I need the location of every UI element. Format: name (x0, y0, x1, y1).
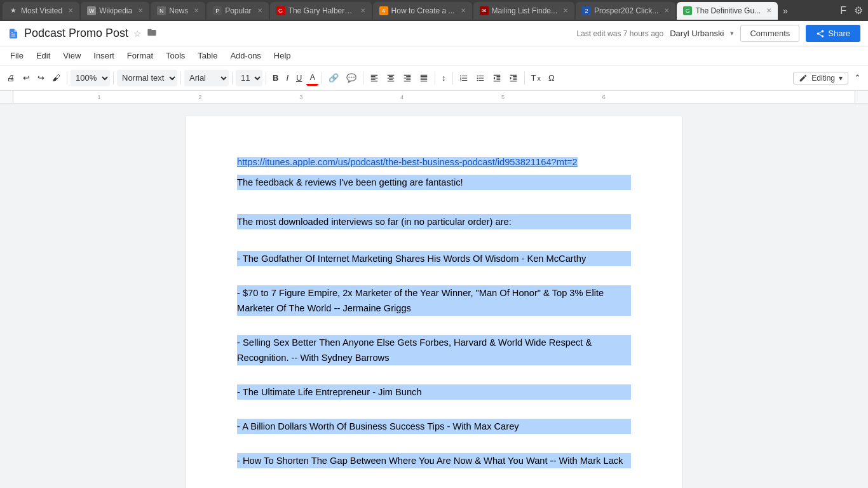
menu-help[interactable]: Help (269, 50, 296, 62)
numbered-list-button[interactable] (456, 72, 471, 85)
menu-view[interactable]: View (58, 50, 86, 62)
paint-format-button[interactable]: 🖌 (49, 71, 64, 85)
doc-item-6-text: - How To Shorten The Gap Between Where Y… (237, 456, 623, 466)
comments-button[interactable]: Comments (740, 25, 799, 42)
align-center-button[interactable] (383, 72, 398, 85)
definitive-guide-favicon: G (683, 6, 692, 15)
tab-wikipedia-close[interactable]: ✕ (138, 7, 143, 14)
browser-extensions-icon[interactable]: F (837, 4, 849, 18)
tab-popular-close[interactable]: ✕ (257, 7, 262, 14)
menu-file[interactable]: File (5, 50, 29, 62)
underline-button[interactable]: U (293, 71, 305, 85)
spacer-2 (237, 234, 631, 248)
align-justify-button[interactable] (416, 72, 431, 85)
tab-gary-halbert-close[interactable]: ✕ (360, 7, 365, 14)
tab-gary-halbert[interactable]: G The Gary Halbert ... ✕ (270, 2, 372, 20)
font-size-select[interactable]: 11 (236, 70, 262, 86)
share-button[interactable]: Share (806, 25, 860, 42)
clear-format-button[interactable]: Tx (528, 71, 544, 85)
text-color-button[interactable]: A (306, 71, 318, 86)
menu-format[interactable]: Format (122, 50, 158, 62)
user-name[interactable]: Daryl Urbanski (670, 29, 724, 38)
editing-mode-label: Editing (811, 74, 835, 83)
ruler-mark-4: 4 (400, 94, 403, 100)
news-favicon: N (157, 6, 166, 15)
editing-mode-dropdown[interactable]: ▾ (839, 74, 843, 83)
tab-news-label: News (169, 6, 188, 15)
bold-button[interactable]: B (269, 71, 281, 85)
undo-button[interactable]: ↩ (20, 71, 33, 85)
decrease-indent-button[interactable] (489, 72, 505, 85)
ruler-mark-1: 1 (97, 94, 100, 100)
tab-how-to-create[interactable]: 4 How to Create a ... ✕ (373, 2, 472, 20)
google-docs-icon (8, 28, 19, 39)
tab-gary-halbert-label: The Gary Halbert ... (288, 6, 355, 15)
menu-table[interactable]: Table (193, 50, 222, 62)
toolbar-sep-6 (322, 72, 322, 85)
tab-prosper202-close[interactable]: ✕ (664, 7, 669, 14)
doc-item-3: - Selling Sex Better Then Anyone Else Ge… (237, 335, 631, 350)
line-spacing-button[interactable]: ↕ (438, 71, 449, 85)
insert-comment-button[interactable]: 💬 (343, 71, 360, 85)
zoom-select[interactable]: 100% (71, 70, 110, 86)
tab-definitive-guide-close[interactable]: ✕ (766, 7, 771, 14)
font-select[interactable]: Arial (184, 70, 229, 86)
ruler-inner: 1 2 3 4 5 6 (13, 91, 855, 103)
doc-para-1-text: The feedback & reviews I've been getting… (237, 177, 463, 187)
last-edit-text: Last edit was 7 hours ago (576, 29, 663, 38)
menu-tools[interactable]: Tools (161, 50, 190, 62)
collapse-toolbar-button[interactable]: ⌃ (851, 71, 864, 85)
more-tabs-button[interactable]: » (779, 6, 792, 16)
pencil-icon (799, 74, 808, 83)
tab-wikipedia[interactable]: W Wikipedia ✕ (81, 2, 149, 20)
gary-halbert-favicon: G (276, 6, 285, 15)
doc-item-3-line1: - Selling Sex Better Then Anyone Else Ge… (237, 337, 592, 348)
menu-insert[interactable]: Insert (88, 50, 119, 62)
spacer-7 (237, 437, 631, 451)
tab-popular[interactable]: P Popular ✕ (207, 2, 268, 20)
doc-star-button[interactable]: ☆ (133, 29, 142, 39)
tab-news[interactable]: N News ✕ (151, 2, 205, 20)
menu-edit[interactable]: Edit (31, 50, 55, 62)
redo-button[interactable]: ↪ (34, 71, 48, 85)
align-right-button[interactable] (400, 72, 415, 85)
tab-definitive-guide[interactable]: G The Definitive Gu... ✕ (677, 2, 778, 20)
browser-chrome: ★ Most Visited ✕ W Wikipedia ✕ N News ✕ … (0, 0, 868, 21)
doc-item-1-text: - The Godfather Of Internet Marketing Sh… (237, 254, 586, 264)
tab-most-visited[interactable]: ★ Most Visited ✕ (3, 2, 79, 20)
ruler-mark-5: 5 (501, 94, 505, 100)
toolbar-right: Editing ▾ ⌃ (793, 71, 864, 85)
style-select[interactable]: Normal text (117, 70, 177, 86)
bullet-list-button[interactable] (473, 72, 488, 85)
browser-settings-icon[interactable]: ⚙ (851, 3, 865, 18)
prosper202-favicon: 2 (582, 6, 591, 15)
tab-mailing-list-close[interactable]: ✕ (563, 7, 568, 14)
doc-folder-button[interactable] (147, 27, 157, 39)
italic-button[interactable]: I (283, 71, 292, 85)
doc-item-2-cont: Marketer Of The World -- Jermaine Griggs (237, 301, 631, 316)
document-page[interactable]: https://itunes.apple.com/us/podcast/the-… (186, 116, 682, 488)
tab-how-to-create-close[interactable]: ✕ (461, 7, 466, 14)
tab-mailing-list[interactable]: ✉ Mailing List Finde... ✕ (473, 2, 574, 20)
tab-most-visited-close[interactable]: ✕ (68, 7, 73, 14)
doc-item-4-text: - The Ultimate Life Entrepreneur - Jim B… (237, 387, 422, 397)
toolbar-sep-9 (452, 72, 453, 85)
increase-indent-button[interactable] (506, 72, 521, 85)
tab-prosper202[interactable]: 2 Prosper202 Click... ✕ (576, 2, 675, 20)
user-dropdown-icon[interactable]: ▾ (730, 29, 734, 37)
print-button[interactable]: 🖨 (4, 71, 18, 85)
tab-news-close[interactable]: ✕ (194, 7, 199, 14)
mailing-list-favicon: ✉ (480, 6, 489, 15)
popular-favicon: P (213, 6, 222, 15)
align-left-button[interactable] (367, 72, 382, 85)
insert-special-button[interactable]: Ω (545, 71, 558, 85)
insert-link-button[interactable]: 🔗 (325, 71, 342, 85)
doc-para-1: The feedback & reviews I've been getting… (237, 175, 631, 190)
how-to-create-favicon: 4 (379, 6, 388, 15)
menu-addons[interactable]: Add-ons (225, 50, 266, 62)
editing-mode-selector[interactable]: Editing ▾ (793, 72, 848, 85)
toolbar: 🖨 ↩ ↪ 🖌 100% Normal text Arial 11 B I U … (0, 65, 868, 91)
doc-link-text[interactable]: https://itunes.apple.com/us/podcast/the-… (237, 157, 578, 167)
doc-para-2: The most downloaded interviews so far (i… (237, 214, 631, 229)
doc-title: Podcast Promo Post (24, 27, 128, 40)
